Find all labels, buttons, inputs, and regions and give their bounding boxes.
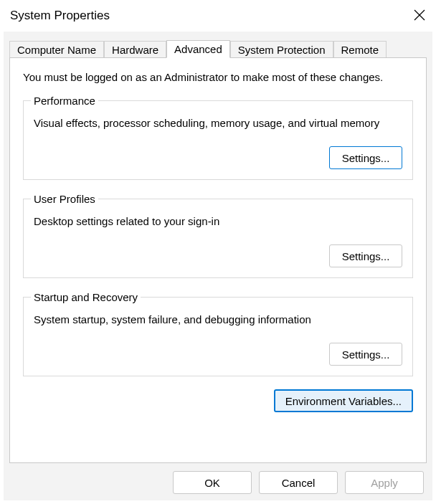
tab-computer-name[interactable]: Computer Name: [9, 41, 104, 58]
apply-button[interactable]: Apply: [345, 471, 424, 494]
dialog-content: Computer Name Hardware Advanced System P…: [4, 32, 432, 500]
group-performance-legend: Performance: [31, 95, 98, 107]
admin-note: You must be logged on as an Administrato…: [23, 71, 413, 83]
close-button[interactable]: [403, 1, 436, 30]
group-performance: Performance Visual effects, processor sc…: [23, 95, 413, 180]
tab-advanced[interactable]: Advanced: [166, 40, 230, 58]
user-profiles-settings-button[interactable]: Settings...: [329, 244, 402, 267]
system-properties-window: System Properties Computer Name Hardware…: [0, 0, 436, 504]
tab-system-protection[interactable]: System Protection: [230, 41, 333, 58]
group-startup-recovery: Startup and Recovery System startup, sys…: [23, 291, 413, 376]
tabstrip: Computer Name Hardware Advanced System P…: [4, 39, 432, 57]
cancel-button[interactable]: Cancel: [259, 471, 338, 494]
performance-desc: Visual effects, processor scheduling, me…: [34, 117, 402, 129]
group-user-profiles-legend: User Profiles: [31, 193, 98, 205]
startup-recovery-desc: System startup, system failure, and debu…: [34, 313, 402, 325]
tab-hardware[interactable]: Hardware: [104, 41, 166, 58]
dialog-footer: OK Cancel Apply: [4, 469, 432, 500]
user-profiles-desc: Desktop settings related to your sign-in: [34, 215, 402, 227]
tab-remote[interactable]: Remote: [333, 41, 387, 58]
environment-variables-button[interactable]: Environment Variables...: [274, 389, 413, 412]
performance-settings-button[interactable]: Settings...: [329, 146, 402, 169]
tab-body-advanced: You must be logged on as an Administrato…: [9, 57, 427, 463]
window-title: System Properties: [10, 9, 110, 23]
ok-button[interactable]: OK: [173, 471, 252, 494]
group-user-profiles: User Profiles Desktop settings related t…: [23, 193, 413, 278]
titlebar: System Properties: [0, 0, 436, 32]
startup-recovery-settings-button[interactable]: Settings...: [329, 343, 402, 366]
close-icon: [414, 9, 425, 23]
group-startup-recovery-legend: Startup and Recovery: [31, 291, 141, 303]
